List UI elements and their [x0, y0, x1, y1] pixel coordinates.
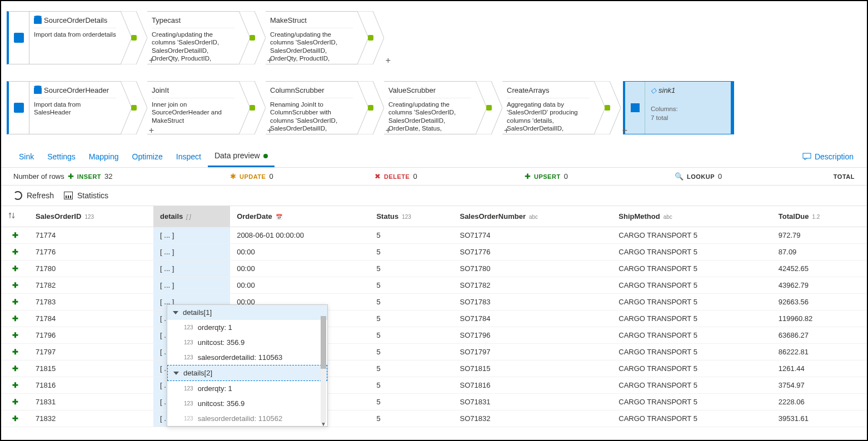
- cell-salesordernumber: SO71774: [453, 227, 612, 244]
- add-step-button[interactable]: +: [149, 56, 154, 66]
- add-step-button[interactable]: +: [267, 56, 272, 66]
- flow-node[interactable]: MakeStructCreating/updating the columns …: [266, 11, 357, 64]
- flow-connector: +: [239, 81, 266, 134]
- tab-optimize[interactable]: Optimize: [126, 147, 169, 167]
- describe-button[interactable]: Description: [800, 147, 856, 167]
- cell-salesordernumber: SO71780: [453, 260, 612, 277]
- source-handle[interactable]: [7, 81, 29, 134]
- row-insert-icon: ✚: [1, 410, 29, 427]
- col-salesorderid[interactable]: SalesOrderID123: [29, 206, 153, 227]
- cell-orderdate: 00:00: [230, 260, 370, 277]
- row-insert-icon: ✚: [1, 310, 29, 327]
- sink-node[interactable]: ◇sink1 Columns: 7 total: [623, 81, 734, 134]
- source-icon: [14, 103, 24, 113]
- svg-rect-6: [486, 105, 492, 111]
- row-insert-icon: ✚: [1, 277, 29, 294]
- details-item-2[interactable]: details[2]: [167, 365, 327, 381]
- node-title: ColumnScrubber: [270, 86, 325, 94]
- transform-icon: [367, 104, 375, 112]
- table-row[interactable]: ✚71831[ ... ]2008-06-01 00:00:005SO71831…: [1, 394, 867, 410]
- field-salesorderdetailid: 123salesorderdetailid: 110563: [167, 350, 327, 365]
- flow-node[interactable]: ValueScrubberCreating/updating the colum…: [384, 81, 476, 134]
- tab-sink[interactable]: Sink: [12, 147, 41, 167]
- tab-inspect[interactable]: Inspect: [169, 147, 208, 167]
- node-description: Creating/updating the columns 'SalesOrde…: [388, 98, 471, 132]
- lookup-value: 0: [718, 172, 722, 181]
- node-description: Inner join on SourceOrderHeader and Make…: [152, 98, 235, 132]
- popover-scrollbar[interactable]: [321, 316, 326, 423]
- add-step-button[interactable]: +: [504, 126, 509, 136]
- delete-value: 0: [413, 172, 417, 181]
- tab-data-preview[interactable]: Data preview: [208, 146, 275, 167]
- cell-salesordernumber: SO71815: [453, 360, 612, 377]
- source-handle[interactable]: [7, 11, 29, 64]
- add-step-button[interactable]: +: [622, 126, 627, 136]
- cell-salesorderid: 71832: [29, 410, 153, 427]
- col-salesordernumber[interactable]: SalesOrderNumberabc: [453, 206, 612, 227]
- flow-node[interactable]: CreateArraysAggregating data by 'SalesOr…: [502, 81, 594, 134]
- table-row[interactable]: ✚71816[ ... ]2008-06-01 00:00:005SO71816…: [1, 377, 867, 394]
- cell-details[interactable]: [ ... ]: [153, 277, 230, 294]
- cell-totaldue: 43962.79: [772, 277, 867, 294]
- table-row[interactable]: ✚71782[ ... ]00:005SO71782CARGO TRANSPOR…: [1, 277, 867, 294]
- tab-settings[interactable]: Settings: [41, 147, 82, 167]
- transform-icon: [130, 34, 138, 42]
- svg-rect-5: [368, 105, 373, 111]
- statistics-button[interactable]: Statistics: [64, 191, 108, 200]
- sink-columns-label: Columns:: [651, 104, 728, 113]
- svg-rect-4: [250, 105, 255, 111]
- cell-details[interactable]: [ ... ]: [153, 227, 230, 244]
- chevron-down-icon: [173, 372, 179, 375]
- add-step-button[interactable]: +: [386, 126, 391, 136]
- node-description: Import data from orderdetails: [34, 28, 116, 62]
- cell-details[interactable]: [ ... ]: [153, 260, 230, 277]
- refresh-button[interactable]: Refresh: [13, 191, 54, 200]
- table-row[interactable]: ✚71832[ ... ]2008-06-01 00:00:005SO71832…: [1, 410, 867, 427]
- add-step-button[interactable]: +: [149, 126, 154, 136]
- col-details[interactable]: details[ ]: [153, 206, 230, 227]
- cell-salesordernumber: SO71796: [453, 327, 612, 344]
- table-row[interactable]: ✚71780[ ... ]00:005SO71780CARGO TRANSPOR…: [1, 260, 867, 277]
- table-row[interactable]: ✚71796[ ... ]00:005SO71796CARGO TRANSPOR…: [1, 327, 867, 344]
- chevron-down-icon[interactable]: ▼: [321, 421, 326, 427]
- flow-connector: +: [357, 81, 384, 134]
- table-row[interactable]: ✚71783[ ... ]00:005SO71783CARGO TRANSPOR…: [1, 294, 867, 310]
- data-flow-canvas[interactable]: SourceOrderDetailsImport data from order…: [1, 1, 867, 146]
- add-step-button[interactable]: +: [386, 56, 391, 66]
- flow-node[interactable]: TypecastCreating/updating the columns 'S…: [147, 11, 239, 64]
- flow-node[interactable]: JoinItInner join on SourceOrderHeader an…: [147, 81, 239, 134]
- flow-node[interactable]: SourceOrderDetailsImport data from order…: [29, 11, 121, 64]
- add-step-button[interactable]: +: [267, 126, 272, 136]
- tab-mapping[interactable]: Mapping: [82, 147, 126, 167]
- row-insert-icon: ✚: [1, 260, 29, 277]
- cell-status: 5: [370, 394, 453, 410]
- sort-column-header[interactable]: [1, 206, 29, 227]
- preview-toolbar: Refresh Statistics: [1, 186, 867, 206]
- cell-status: 5: [370, 344, 453, 360]
- cell-totaldue: 87.09: [772, 244, 867, 260]
- table-row[interactable]: ✚71797[ ... ]2008-06-01 00:00:005SO71797…: [1, 344, 867, 360]
- table-row[interactable]: ✚71815[ ... ]2008-06-01 00:00:005SO71815…: [1, 360, 867, 377]
- upsert-value: 0: [564, 172, 568, 181]
- col-totaldue[interactable]: TotalDue1.2: [772, 206, 867, 227]
- col-orderdate[interactable]: OrderDate📅: [230, 206, 370, 227]
- cell-salesorderid: 71797: [29, 344, 153, 360]
- cell-details[interactable]: [ ... ]: [153, 244, 230, 260]
- flow-connector: +: [357, 11, 384, 64]
- transform-icon: [248, 34, 256, 42]
- cell-status: 5: [370, 410, 453, 427]
- cell-shipmethod: CARGO TRANSPORT 5: [612, 360, 772, 377]
- cell-shipmethod: CARGO TRANSPORT 5: [612, 294, 772, 310]
- flow-node[interactable]: ColumnScrubberRenaming JoinIt to ColumnS…: [266, 81, 357, 134]
- row-insert-icon: ✚: [1, 294, 29, 310]
- col-status[interactable]: Status123: [370, 206, 453, 227]
- cell-salesorderid: 71816: [29, 377, 153, 394]
- flow-node[interactable]: SourceOrderHeaderImport data from SalesH…: [29, 81, 121, 134]
- col-shipmethod[interactable]: ShipMethodabc: [612, 206, 772, 227]
- details-item-1[interactable]: details[1]: [167, 305, 327, 320]
- table-row[interactable]: ✚71776[ ... ]00:005SO71776CARGO TRANSPOR…: [1, 244, 867, 260]
- table-row[interactable]: ✚71774[ ... ]2008-06-01 00:00:005SO71774…: [1, 227, 867, 244]
- update-value: 0: [269, 172, 273, 181]
- cell-salesordernumber: SO71783: [453, 294, 612, 310]
- table-row[interactable]: ✚71784[ ... ]00:005SO71784CARGO TRANSPOR…: [1, 310, 867, 327]
